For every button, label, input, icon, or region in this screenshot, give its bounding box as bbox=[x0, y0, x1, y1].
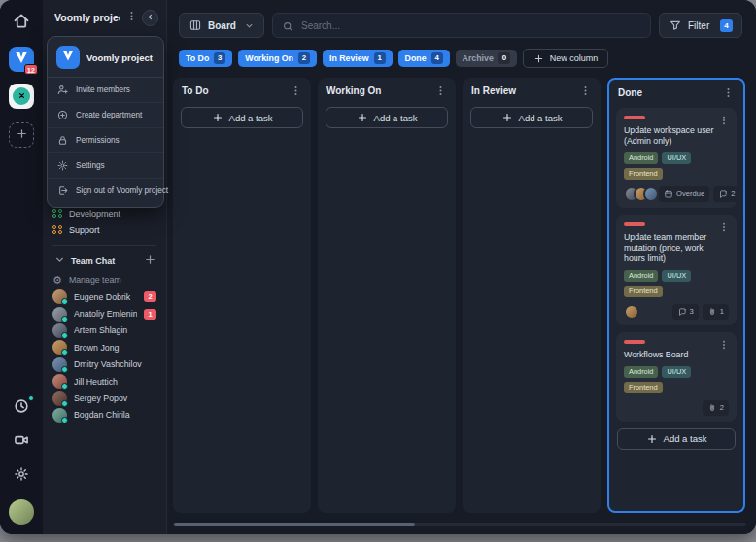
project-menu-button[interactable] bbox=[124, 11, 138, 24]
task-card[interactable]: Update workspace user (Admin only)Androi… bbox=[616, 108, 737, 208]
add-workspace-button[interactable] bbox=[9, 122, 34, 148]
voomly-workspace-button[interactable]: 12 bbox=[9, 47, 34, 72]
plus-icon bbox=[212, 112, 223, 123]
board-icon bbox=[189, 18, 202, 32]
column-menu-button[interactable] bbox=[722, 86, 735, 99]
sidebar-header: Voomly project bbox=[43, 0, 166, 35]
menu-item-settings[interactable]: Settings bbox=[48, 153, 163, 179]
sidebar-collapse-button[interactable] bbox=[142, 10, 158, 26]
tag-ui-ux: UI/UX bbox=[662, 152, 691, 164]
secondary-workspace-button[interactable] bbox=[9, 84, 34, 109]
column-title: To Do bbox=[182, 85, 286, 96]
channel-dots-icon bbox=[52, 209, 62, 219]
person-plus-icon bbox=[56, 84, 69, 96]
app-window: 12 Voomly project Voomly project Invite … bbox=[0, 0, 756, 534]
member-item-dmitry-vashchilov[interactable]: Dmitry Vashchilov bbox=[43, 356, 166, 373]
new-column-button[interactable]: New column bbox=[523, 49, 609, 68]
manage-team-label: Manage team bbox=[69, 275, 121, 285]
menu-item-invite-members[interactable]: Invite members bbox=[48, 78, 163, 103]
task-card[interactable]: Update team member mutation (price, work… bbox=[616, 215, 737, 325]
user-avatar[interactable] bbox=[9, 499, 34, 525]
chip-label: In Review bbox=[329, 53, 369, 63]
search-box[interactable] bbox=[272, 13, 651, 38]
member-item-sergey-popov[interactable]: Sergey Popov bbox=[43, 390, 166, 406]
member-name: Dmitry Vashchilov bbox=[74, 359, 156, 369]
tag-android: Android bbox=[624, 366, 658, 378]
member-item-artem-shlagin[interactable]: Artem Shlagin bbox=[43, 322, 166, 339]
member-avatar bbox=[52, 323, 67, 338]
member-item-eugene-dobrik[interactable]: Eugene Dobrik2 bbox=[43, 288, 166, 305]
column-chip-to-do[interactable]: To Do3 bbox=[179, 50, 232, 67]
meta-label: 1 bbox=[720, 307, 724, 316]
column-menu-button[interactable] bbox=[434, 85, 447, 97]
member-item-anatoliy-emleninov[interactable]: Anatoliy Emleninov1 bbox=[43, 305, 166, 322]
tag-frontend: Frontend bbox=[624, 382, 663, 393]
history-button[interactable] bbox=[11, 397, 32, 419]
member-name: Anatoliy Emleninov bbox=[74, 309, 137, 319]
card-menu-button[interactable] bbox=[718, 115, 730, 126]
settings-button[interactable] bbox=[11, 465, 32, 487]
card-title: Update team member mutation (price, work… bbox=[624, 232, 729, 264]
member-unread-badge: 2 bbox=[144, 291, 156, 302]
home-button[interactable] bbox=[11, 12, 32, 33]
column-menu-button[interactable] bbox=[579, 85, 592, 97]
tag-ui-ux: UI/UX bbox=[662, 270, 691, 282]
card-footer: 2 bbox=[624, 400, 729, 416]
member-item-jill-heuttich[interactable]: Jill Heuttich bbox=[43, 373, 166, 390]
card-menu-button[interactable] bbox=[718, 339, 730, 351]
search-input[interactable] bbox=[301, 20, 641, 31]
channel-label: Development bbox=[69, 209, 156, 219]
add-task-button[interactable]: Add a task bbox=[326, 107, 448, 128]
comment-icon bbox=[718, 189, 728, 199]
chip-label: Archive bbox=[463, 53, 494, 63]
chip-count-badge: 1 bbox=[374, 52, 386, 64]
menu-project-row[interactable]: Voomly project bbox=[48, 37, 163, 78]
add-task-button[interactable]: Add a task bbox=[470, 107, 593, 128]
view-label: Board bbox=[208, 20, 238, 31]
filter-button[interactable]: Filter 4 bbox=[659, 13, 742, 38]
video-call-button[interactable] bbox=[11, 431, 32, 453]
task-card[interactable]: Workflows BoardAndroidUI/UXFrontend2 bbox=[616, 332, 737, 422]
horizontal-scrollbar[interactable] bbox=[173, 523, 746, 526]
column-title: Done bbox=[618, 87, 718, 98]
meta-pill-paperclip-icon: 1 bbox=[703, 304, 729, 320]
kebab-icon bbox=[125, 9, 138, 26]
clock-icon bbox=[13, 397, 30, 419]
menu-item-permissions[interactable]: Permissions bbox=[48, 128, 163, 153]
column-chip-archive[interactable]: Archive0 bbox=[456, 50, 517, 67]
column-title: Working On bbox=[326, 85, 430, 96]
team-chat-collapse[interactable] bbox=[52, 254, 66, 268]
filter-icon bbox=[669, 18, 682, 32]
card-avatars bbox=[624, 304, 639, 320]
filter-count-badge: 4 bbox=[720, 19, 733, 32]
menu-item-create-department[interactable]: Create department bbox=[48, 103, 163, 128]
card-avatars bbox=[624, 186, 659, 202]
chip-count-badge: 4 bbox=[431, 52, 443, 64]
column-chip-done[interactable]: Done4 bbox=[398, 50, 450, 67]
tag-frontend: Frontend bbox=[624, 168, 663, 180]
view-switcher-button[interactable]: Board bbox=[179, 13, 264, 38]
add-member-button[interactable] bbox=[143, 254, 156, 268]
member-avatar bbox=[52, 307, 67, 322]
add-task-button[interactable]: Add a task bbox=[617, 428, 736, 450]
menu-item-sign-out-of-voomly-project[interactable]: Sign out of Voomly project bbox=[48, 179, 163, 203]
card-menu-button[interactable] bbox=[718, 221, 730, 233]
scrollbar-thumb[interactable] bbox=[174, 523, 415, 526]
meta-label: 3 bbox=[690, 307, 694, 316]
column-chip-working-on[interactable]: Working On2 bbox=[238, 50, 317, 67]
menu-project-title: Voomly project bbox=[86, 52, 153, 63]
meta-pill-calendar-icon: Overdue bbox=[659, 186, 709, 202]
column-menu-button[interactable] bbox=[290, 85, 302, 97]
member-item-bogdan-chirila[interactable]: Bogdan Chirila bbox=[43, 407, 166, 423]
add-task-button[interactable]: Add a task bbox=[181, 107, 303, 128]
board-column-to-do: To DoAdd a task bbox=[173, 78, 311, 513]
member-avatar bbox=[52, 408, 67, 423]
column-chip-in-review[interactable]: In Review1 bbox=[323, 50, 393, 67]
manage-team-item[interactable]: ⚙ Manage team bbox=[43, 271, 166, 288]
channel-item-support[interactable]: Support bbox=[43, 221, 166, 238]
column-header: Working On bbox=[318, 78, 456, 104]
tag-android: Android bbox=[624, 270, 658, 282]
add-task-label: Add a task bbox=[664, 433, 707, 444]
member-item-brown-jong[interactable]: Brown Jong bbox=[43, 339, 166, 356]
voomly-logo-icon bbox=[56, 46, 80, 69]
